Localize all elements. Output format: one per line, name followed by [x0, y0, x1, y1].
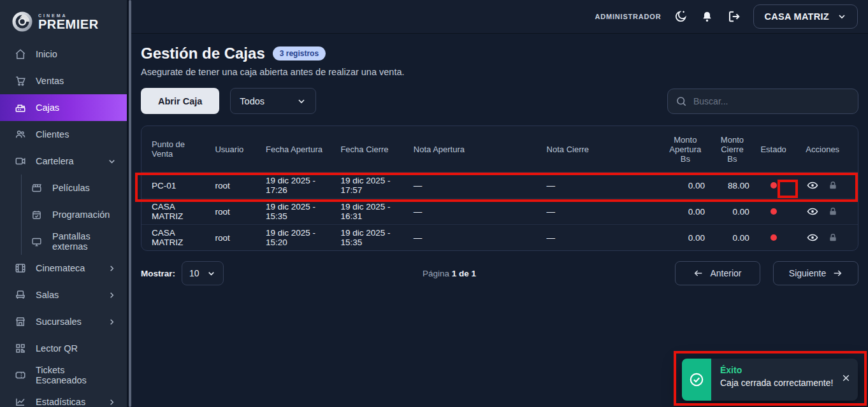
- cell-fecha-cierre: 19 dic 2025 - 16:31: [335, 202, 408, 221]
- cell-punto-venta: PC-01: [147, 181, 210, 190]
- page-info: 1 de 1: [452, 269, 476, 278]
- column-header: Fecha Apertura: [261, 145, 335, 154]
- close-register-button[interactable]: [828, 180, 838, 190]
- next-page-label: Siguiente: [789, 268, 826, 278]
- cell-estado: [755, 207, 793, 217]
- cell-estado: [755, 233, 793, 243]
- sidebar-item-cartelera[interactable]: Cartelera: [0, 148, 127, 175]
- sidebar-item-label: Lector QR: [36, 343, 78, 353]
- page-content: Gestión de Cajas 3 registros Asegurate d…: [131, 33, 868, 285]
- cell-monto-cierre: 0.00: [710, 207, 755, 217]
- cell-fecha-apertura: 19 dic 2025 - 15:20: [261, 228, 335, 247]
- sidebar-item-inicio[interactable]: Inicio: [0, 41, 127, 68]
- column-header: Nota Apertura: [409, 145, 542, 154]
- cell-fecha-apertura: 19 dic 2025 - 17:26: [261, 176, 335, 195]
- cell-monto-cierre: 88.00: [710, 181, 755, 190]
- sidebar-item-label: Estadísticas: [36, 397, 85, 407]
- notifications-button[interactable]: [700, 10, 714, 24]
- cell-monto-apertura: 0.00: [661, 233, 711, 243]
- sidebar-item-estadisticas[interactable]: Estadísticas: [0, 389, 127, 407]
- previous-page-button[interactable]: Anterior: [675, 261, 760, 285]
- chevron-down-icon: [837, 11, 847, 22]
- table-row: CASA MATRIZ root 19 dic 2025 - 15:20 19 …: [141, 224, 858, 250]
- status-filter-select[interactable]: Todos: [230, 88, 316, 114]
- table-row: CASA MATRIZ root 19 dic 2025 - 15:35 19 …: [141, 198, 858, 224]
- cell-punto-venta: CASA MATRIZ: [147, 228, 210, 247]
- search-box: [667, 89, 858, 114]
- eye-icon: [807, 180, 818, 191]
- cell-usuario: root: [210, 207, 261, 217]
- table-header-row: Punto de Venta Usuario Fecha Apertura Fe…: [141, 126, 858, 172]
- cell-usuario: root: [210, 181, 261, 190]
- sidebar-item-peliculas[interactable]: Películas: [0, 175, 127, 201]
- sidebar-item-label: Cajas: [36, 103, 59, 113]
- sidebar-scrollbar[interactable]: [127, 0, 131, 407]
- status-dot-closed: [770, 208, 777, 215]
- sidebar-item-lector-qr[interactable]: Lector QR: [0, 335, 127, 362]
- success-toast: Éxito Caja cerrada correctamente!: [682, 359, 858, 401]
- close-register-button[interactable]: [828, 232, 838, 243]
- page-indicator: Página 1 de 1: [224, 269, 675, 278]
- cell-nota-apertura: —: [409, 181, 542, 190]
- page-size-select[interactable]: 10: [182, 261, 224, 285]
- controls-row: Abrir Caja Todos: [141, 88, 858, 114]
- status-filter-value: Todos: [240, 96, 264, 106]
- next-page-button[interactable]: Siguiente: [773, 261, 858, 285]
- logout-button[interactable]: [727, 10, 741, 24]
- arrow-left-icon: [693, 268, 704, 278]
- bell-icon: [700, 10, 714, 24]
- check-circle-icon: [688, 371, 705, 388]
- sidebar-item-label: Tickets Escaneados: [36, 365, 117, 385]
- view-details-button[interactable]: [807, 206, 818, 217]
- column-header: Fecha Cierre: [335, 145, 408, 154]
- sidebar-item-cajas[interactable]: Cajas: [0, 94, 127, 121]
- cell-punto-venta: CASA MATRIZ: [147, 202, 210, 221]
- cell-nota-apertura: —: [409, 233, 542, 243]
- view-details-button[interactable]: [807, 232, 818, 243]
- sidebar-item-clientes[interactable]: Clientes: [0, 121, 127, 148]
- app-window: CINEMA PREMIER Inicio Ventas Cajas Clien…: [0, 0, 868, 407]
- pagination-row: Mostrar: 10 Página 1 de 1 Anterior Sigui…: [141, 261, 858, 285]
- close-register-button[interactable]: [828, 206, 838, 217]
- branch-selector[interactable]: CASA MATRIZ: [753, 4, 858, 29]
- cell-fecha-cierre: 19 dic 2025 - 15:35: [335, 228, 408, 247]
- sidebar-item-label: Inicio: [36, 49, 57, 59]
- sidebar-item-ventas[interactable]: Ventas: [0, 68, 127, 94]
- previous-page-label: Anterior: [710, 268, 741, 278]
- logout-icon: [727, 10, 741, 24]
- column-header: Punto de Venta: [147, 139, 210, 159]
- cell-nota-cierre: —: [542, 233, 661, 243]
- search-input[interactable]: [693, 96, 850, 106]
- lock-icon: [828, 232, 838, 243]
- column-header: Usuario: [210, 145, 261, 154]
- eye-icon: [807, 206, 818, 217]
- toast-close-button[interactable]: [841, 373, 851, 383]
- sidebar-item-sucursales[interactable]: Sucursales: [0, 308, 127, 335]
- sidebar-item-cinemateca[interactable]: Cinemateca: [0, 255, 127, 282]
- chevron-right-icon: [107, 264, 117, 273]
- toast-message: Caja cerrada correctamente!: [720, 378, 849, 388]
- cash-register-icon: [14, 102, 26, 114]
- cell-acciones: [792, 232, 853, 243]
- seat-icon: [14, 289, 26, 301]
- sidebar-item-label: Cartelera: [36, 156, 74, 166]
- sidebar-item-tickets-escaneados[interactable]: Tickets Escaneados: [0, 362, 127, 389]
- column-header: Acciones: [792, 145, 853, 154]
- chevron-right-icon: [107, 290, 117, 300]
- cart-icon: [14, 75, 26, 87]
- cell-monto-apertura: 0.00: [661, 181, 711, 190]
- users-icon: [14, 129, 26, 141]
- branch-selector-value: CASA MATRIZ: [764, 11, 829, 22]
- dark-mode-toggle-button[interactable]: [674, 10, 688, 24]
- dark-mode-moon-icon: [674, 10, 688, 24]
- page-subtitle: Asegurate de tener una caja abierta ante…: [141, 67, 858, 77]
- open-cash-register-button[interactable]: Abrir Caja: [141, 88, 219, 114]
- home-icon: [14, 48, 26, 61]
- sidebar-item-programacion[interactable]: Programación: [0, 201, 127, 228]
- cell-fecha-apertura: 19 dic 2025 - 15:35: [261, 202, 335, 221]
- sidebar-item-salas[interactable]: Salas: [0, 282, 127, 308]
- sidebar-item-pantallas-externas[interactable]: Pantallas externas: [0, 228, 127, 255]
- view-details-button[interactable]: [807, 180, 818, 191]
- cell-monto-apertura: 0.00: [661, 207, 711, 217]
- status-dot-closed: [770, 234, 777, 241]
